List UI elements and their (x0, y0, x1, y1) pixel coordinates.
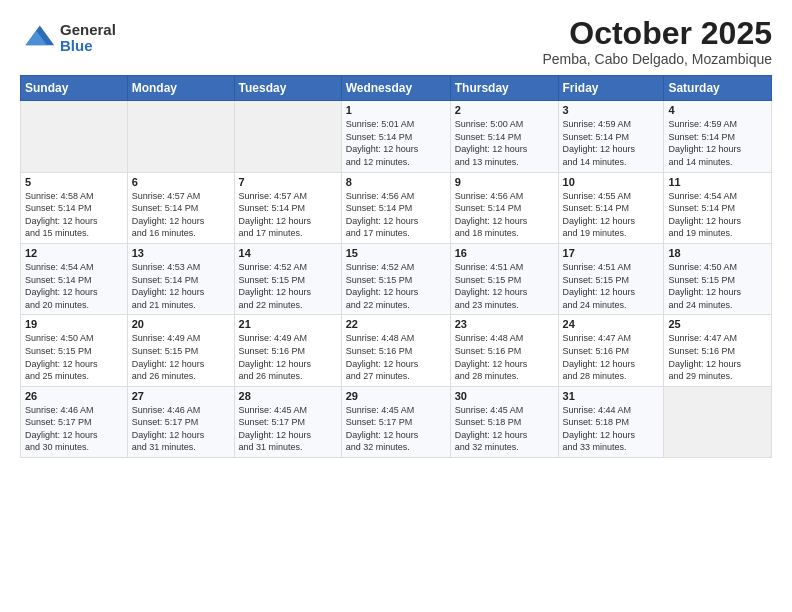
table-row: 16Sunrise: 4:51 AM Sunset: 5:15 PM Dayli… (450, 243, 558, 314)
logo-blue-text: Blue (60, 38, 116, 55)
table-row: 4Sunrise: 4:59 AM Sunset: 5:14 PM Daylig… (664, 101, 772, 172)
day-info: Sunrise: 4:59 AM Sunset: 5:14 PM Dayligh… (563, 118, 660, 168)
day-info: Sunrise: 4:48 AM Sunset: 5:16 PM Dayligh… (455, 332, 554, 382)
table-row: 7Sunrise: 4:57 AM Sunset: 5:14 PM Daylig… (234, 172, 341, 243)
table-row: 23Sunrise: 4:48 AM Sunset: 5:16 PM Dayli… (450, 315, 558, 386)
day-number: 11 (668, 176, 767, 188)
table-row: 3Sunrise: 4:59 AM Sunset: 5:14 PM Daylig… (558, 101, 664, 172)
weekday-header-row: Sunday Monday Tuesday Wednesday Thursday… (21, 76, 772, 101)
day-info: Sunrise: 4:52 AM Sunset: 5:15 PM Dayligh… (239, 261, 337, 311)
day-info: Sunrise: 4:54 AM Sunset: 5:14 PM Dayligh… (668, 190, 767, 240)
calendar-table: Sunday Monday Tuesday Wednesday Thursday… (20, 75, 772, 458)
day-number: 28 (239, 390, 337, 402)
day-number: 10 (563, 176, 660, 188)
table-row: 13Sunrise: 4:53 AM Sunset: 5:14 PM Dayli… (127, 243, 234, 314)
table-row: 25Sunrise: 4:47 AM Sunset: 5:16 PM Dayli… (664, 315, 772, 386)
logo-icon (20, 20, 56, 56)
calendar-week-row: 19Sunrise: 4:50 AM Sunset: 5:15 PM Dayli… (21, 315, 772, 386)
header: General Blue October 2025 Pemba, Cabo De… (20, 16, 772, 67)
calendar-week-row: 5Sunrise: 4:58 AM Sunset: 5:14 PM Daylig… (21, 172, 772, 243)
title-block: October 2025 Pemba, Cabo Delgado, Mozamb… (542, 16, 772, 67)
header-monday: Monday (127, 76, 234, 101)
day-info: Sunrise: 4:51 AM Sunset: 5:15 PM Dayligh… (455, 261, 554, 311)
day-info: Sunrise: 4:57 AM Sunset: 5:14 PM Dayligh… (239, 190, 337, 240)
day-number: 23 (455, 318, 554, 330)
day-info: Sunrise: 4:50 AM Sunset: 5:15 PM Dayligh… (25, 332, 123, 382)
table-row: 19Sunrise: 4:50 AM Sunset: 5:15 PM Dayli… (21, 315, 128, 386)
day-info: Sunrise: 4:47 AM Sunset: 5:16 PM Dayligh… (563, 332, 660, 382)
table-row: 28Sunrise: 4:45 AM Sunset: 5:17 PM Dayli… (234, 386, 341, 457)
day-info: Sunrise: 4:56 AM Sunset: 5:14 PM Dayligh… (455, 190, 554, 240)
day-info: Sunrise: 4:46 AM Sunset: 5:17 PM Dayligh… (132, 404, 230, 454)
table-row: 15Sunrise: 4:52 AM Sunset: 5:15 PM Dayli… (341, 243, 450, 314)
table-row: 20Sunrise: 4:49 AM Sunset: 5:15 PM Dayli… (127, 315, 234, 386)
day-number: 6 (132, 176, 230, 188)
day-number: 1 (346, 104, 446, 116)
table-row: 6Sunrise: 4:57 AM Sunset: 5:14 PM Daylig… (127, 172, 234, 243)
day-number: 16 (455, 247, 554, 259)
table-row: 26Sunrise: 4:46 AM Sunset: 5:17 PM Dayli… (21, 386, 128, 457)
logo: General Blue (20, 20, 116, 56)
day-info: Sunrise: 4:47 AM Sunset: 5:16 PM Dayligh… (668, 332, 767, 382)
day-info: Sunrise: 4:49 AM Sunset: 5:15 PM Dayligh… (132, 332, 230, 382)
table-row: 30Sunrise: 4:45 AM Sunset: 5:18 PM Dayli… (450, 386, 558, 457)
day-number: 7 (239, 176, 337, 188)
calendar-week-row: 12Sunrise: 4:54 AM Sunset: 5:14 PM Dayli… (21, 243, 772, 314)
day-number: 8 (346, 176, 446, 188)
day-number: 31 (563, 390, 660, 402)
header-tuesday: Tuesday (234, 76, 341, 101)
day-number: 21 (239, 318, 337, 330)
table-row: 11Sunrise: 4:54 AM Sunset: 5:14 PM Dayli… (664, 172, 772, 243)
month-title: October 2025 (542, 16, 772, 51)
table-row: 31Sunrise: 4:44 AM Sunset: 5:18 PM Dayli… (558, 386, 664, 457)
table-row: 12Sunrise: 4:54 AM Sunset: 5:14 PM Dayli… (21, 243, 128, 314)
day-info: Sunrise: 4:51 AM Sunset: 5:15 PM Dayligh… (563, 261, 660, 311)
table-row: 9Sunrise: 4:56 AM Sunset: 5:14 PM Daylig… (450, 172, 558, 243)
table-row: 5Sunrise: 4:58 AM Sunset: 5:14 PM Daylig… (21, 172, 128, 243)
day-info: Sunrise: 4:45 AM Sunset: 5:17 PM Dayligh… (346, 404, 446, 454)
day-number: 9 (455, 176, 554, 188)
day-info: Sunrise: 4:52 AM Sunset: 5:15 PM Dayligh… (346, 261, 446, 311)
table-row: 21Sunrise: 4:49 AM Sunset: 5:16 PM Dayli… (234, 315, 341, 386)
table-row (664, 386, 772, 457)
day-number: 20 (132, 318, 230, 330)
calendar-week-row: 1Sunrise: 5:01 AM Sunset: 5:14 PM Daylig… (21, 101, 772, 172)
day-number: 13 (132, 247, 230, 259)
day-number: 15 (346, 247, 446, 259)
table-row (234, 101, 341, 172)
header-friday: Friday (558, 76, 664, 101)
day-info: Sunrise: 4:50 AM Sunset: 5:15 PM Dayligh… (668, 261, 767, 311)
day-number: 25 (668, 318, 767, 330)
day-info: Sunrise: 4:58 AM Sunset: 5:14 PM Dayligh… (25, 190, 123, 240)
day-info: Sunrise: 4:59 AM Sunset: 5:14 PM Dayligh… (668, 118, 767, 168)
table-row: 27Sunrise: 4:46 AM Sunset: 5:17 PM Dayli… (127, 386, 234, 457)
day-number: 30 (455, 390, 554, 402)
header-sunday: Sunday (21, 76, 128, 101)
day-number: 4 (668, 104, 767, 116)
table-row: 1Sunrise: 5:01 AM Sunset: 5:14 PM Daylig… (341, 101, 450, 172)
day-number: 17 (563, 247, 660, 259)
day-number: 22 (346, 318, 446, 330)
day-number: 14 (239, 247, 337, 259)
day-info: Sunrise: 4:45 AM Sunset: 5:17 PM Dayligh… (239, 404, 337, 454)
day-number: 2 (455, 104, 554, 116)
table-row: 17Sunrise: 4:51 AM Sunset: 5:15 PM Dayli… (558, 243, 664, 314)
logo-text: General Blue (60, 22, 116, 55)
day-number: 19 (25, 318, 123, 330)
page: General Blue October 2025 Pemba, Cabo De… (0, 0, 792, 612)
day-number: 24 (563, 318, 660, 330)
table-row: 29Sunrise: 4:45 AM Sunset: 5:17 PM Dayli… (341, 386, 450, 457)
location-subtitle: Pemba, Cabo Delgado, Mozambique (542, 51, 772, 67)
day-info: Sunrise: 4:54 AM Sunset: 5:14 PM Dayligh… (25, 261, 123, 311)
header-thursday: Thursday (450, 76, 558, 101)
header-wednesday: Wednesday (341, 76, 450, 101)
table-row: 2Sunrise: 5:00 AM Sunset: 5:14 PM Daylig… (450, 101, 558, 172)
table-row: 8Sunrise: 4:56 AM Sunset: 5:14 PM Daylig… (341, 172, 450, 243)
day-number: 3 (563, 104, 660, 116)
day-info: Sunrise: 5:01 AM Sunset: 5:14 PM Dayligh… (346, 118, 446, 168)
day-info: Sunrise: 4:44 AM Sunset: 5:18 PM Dayligh… (563, 404, 660, 454)
table-row: 10Sunrise: 4:55 AM Sunset: 5:14 PM Dayli… (558, 172, 664, 243)
day-number: 27 (132, 390, 230, 402)
day-number: 5 (25, 176, 123, 188)
day-number: 18 (668, 247, 767, 259)
